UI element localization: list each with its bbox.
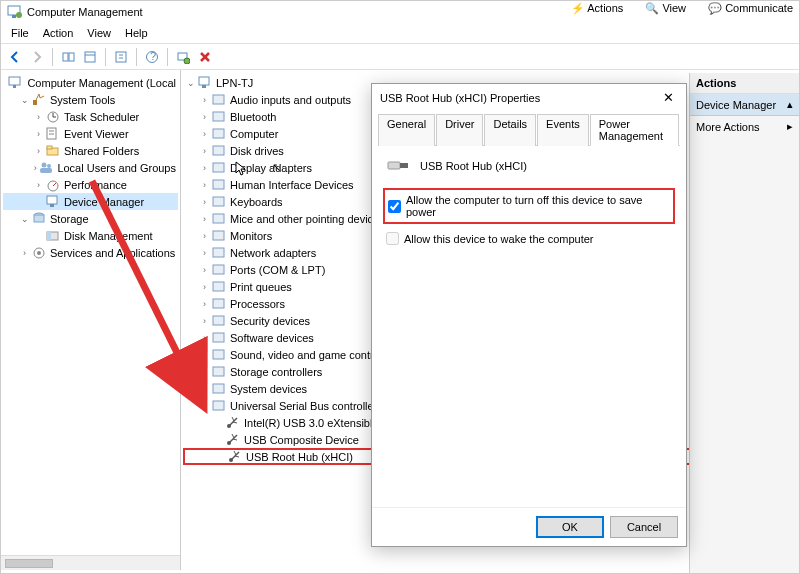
tab-driver[interactable]: Driver (436, 114, 483, 146)
menu-help[interactable]: Help (119, 25, 154, 41)
svg-rect-44 (213, 129, 224, 138)
usb-icon (386, 156, 412, 176)
tree-event-viewer[interactable]: ›Event Viewer (3, 125, 178, 142)
tree-shared-folders[interactable]: ›Shared Folders (3, 142, 178, 159)
left-scrollbar-horizontal[interactable] (1, 555, 180, 570)
checkbox-allow-turn-off[interactable]: Allow the computer to turn off this devi… (388, 192, 670, 220)
up-button[interactable] (58, 47, 78, 67)
window-title: Computer Management (27, 6, 143, 18)
dialog-tabs: General Driver Details Events Power Mana… (378, 113, 680, 146)
svg-rect-74 (388, 162, 400, 169)
actions-header: Actions (690, 73, 799, 94)
properties-button[interactable] (111, 47, 131, 67)
svg-rect-59 (213, 384, 224, 393)
tree-device-manager[interactable]: Device Manager (3, 193, 178, 210)
svg-line-68 (232, 434, 234, 438)
tab-events[interactable]: Events (537, 114, 589, 146)
dialog-title: USB Root Hub (xHCI) Properties (380, 92, 540, 104)
device-name: USB Root Hub (xHCI) (420, 160, 527, 172)
tree-performance[interactable]: ›Performance (3, 176, 178, 193)
svg-rect-42 (213, 95, 224, 104)
checkbox-allow-turn-off-input[interactable] (388, 200, 401, 213)
svg-rect-26 (47, 146, 52, 149)
svg-rect-1 (12, 15, 16, 18)
svg-rect-53 (213, 282, 224, 291)
tree-services[interactable]: ›Services and Applications (3, 244, 178, 261)
svg-line-67 (233, 439, 237, 440)
svg-rect-33 (50, 204, 54, 207)
menu-view[interactable]: View (81, 25, 117, 41)
menu-file[interactable]: File (5, 25, 35, 41)
svg-rect-58 (213, 367, 224, 376)
svg-rect-55 (213, 316, 224, 325)
svg-rect-40 (199, 77, 209, 85)
close-icon[interactable]: ✕ (659, 90, 678, 105)
app-icon (7, 4, 23, 20)
menubar: File Action View Help (1, 23, 799, 44)
cancel-button[interactable]: Cancel (610, 516, 678, 538)
svg-rect-56 (213, 333, 224, 342)
svg-line-72 (234, 451, 236, 455)
uninstall-button[interactable] (195, 47, 215, 67)
svg-rect-7 (116, 52, 126, 62)
svg-rect-17 (13, 85, 16, 88)
tree-task-scheduler[interactable]: ›Task Scheduler (3, 108, 178, 125)
svg-point-27 (42, 163, 47, 168)
ok-button[interactable]: OK (536, 516, 604, 538)
svg-rect-3 (63, 53, 68, 61)
actions-pane: Actions Device Manager▴ More Actions▸ (689, 73, 799, 573)
annotation-highlight-checkbox: Allow the computer to turn off this devi… (383, 188, 675, 224)
svg-rect-60 (213, 401, 224, 410)
svg-rect-50 (213, 231, 224, 240)
tab-general[interactable]: General (378, 114, 435, 146)
menu-action[interactable]: Action (37, 25, 80, 41)
svg-rect-4 (69, 53, 74, 61)
svg-rect-18 (33, 100, 37, 105)
tree-system-tools[interactable]: ⌄System Tools (3, 91, 178, 108)
svg-line-71 (235, 456, 239, 457)
svg-rect-16 (9, 77, 20, 85)
actions-section[interactable]: Device Manager▴ (690, 94, 799, 116)
svg-point-13 (184, 58, 190, 64)
tab-details[interactable]: Details (484, 114, 536, 146)
help-button[interactable]: ? (142, 47, 162, 67)
scan-hardware-button[interactable] (173, 47, 193, 67)
svg-rect-41 (202, 85, 206, 88)
svg-rect-37 (47, 232, 51, 240)
cursor-icon (235, 161, 247, 177)
show-hide-button[interactable] (80, 47, 100, 67)
back-button[interactable] (5, 47, 25, 67)
svg-rect-29 (40, 168, 52, 173)
svg-rect-75 (400, 163, 408, 168)
svg-rect-48 (213, 197, 224, 206)
svg-rect-57 (213, 350, 224, 359)
svg-rect-32 (47, 196, 57, 204)
tree-storage[interactable]: ⌄Storage (3, 210, 178, 227)
svg-point-28 (47, 164, 51, 168)
svg-rect-52 (213, 265, 224, 274)
svg-rect-47 (213, 180, 224, 189)
tree-disk-mgmt[interactable]: Disk Management (3, 227, 178, 244)
svg-rect-5 (85, 52, 95, 62)
chevron-right-icon: ▸ (787, 120, 793, 133)
checkbox-allow-wake: Allow this device to wake the computer (386, 230, 672, 247)
svg-rect-43 (213, 112, 224, 121)
svg-point-39 (37, 251, 41, 255)
svg-text:?: ? (150, 50, 156, 62)
properties-dialog: USB Root Hub (xHCI) Properties ✕ General… (371, 83, 687, 547)
actions-more[interactable]: More Actions▸ (690, 116, 799, 137)
svg-rect-54 (213, 299, 224, 308)
svg-rect-51 (213, 248, 224, 257)
svg-rect-35 (34, 215, 44, 222)
forward-button (27, 47, 47, 67)
checkbox-allow-wake-input (386, 232, 399, 245)
collapse-icon[interactable]: ▴ (787, 98, 793, 111)
svg-line-64 (232, 417, 234, 421)
tab-power-management[interactable]: Power Management (590, 114, 679, 146)
tree-local-users[interactable]: ›Local Users and Groups (3, 159, 178, 176)
svg-rect-45 (213, 146, 224, 155)
toolbar: ? (1, 44, 799, 70)
svg-point-2 (16, 12, 22, 18)
tree-root[interactable]: Computer Management (Local (3, 74, 178, 91)
left-tree-pane[interactable]: Computer Management (Local ⌄System Tools… (1, 70, 181, 570)
